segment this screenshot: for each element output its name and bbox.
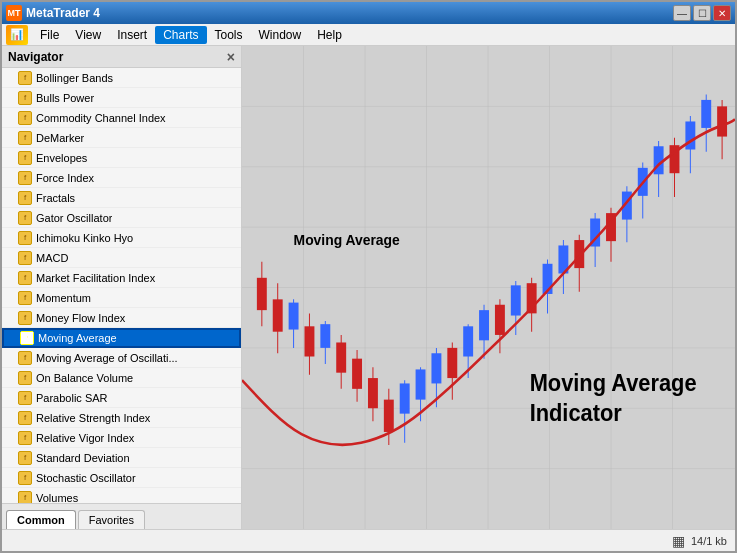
tree-item-on-balance-volume[interactable]: fOn Balance Volume	[2, 368, 241, 388]
title-bar-left: MT MetaTrader 4	[6, 5, 100, 21]
indicator-label: Market Facilitation Index	[36, 272, 155, 284]
indicator-icon: f	[18, 131, 32, 145]
svg-rect-16	[257, 278, 267, 310]
svg-rect-18	[273, 299, 283, 331]
tree-item-market-facilitation-index[interactable]: fMarket Facilitation Index	[2, 268, 241, 288]
tree-item-standard-deviation[interactable]: fStandard Deviation	[2, 448, 241, 468]
tab-common[interactable]: Common	[6, 510, 76, 529]
indicator-icon: f	[18, 211, 32, 225]
svg-rect-42	[463, 326, 473, 356]
tree-item-commodity-channel-index[interactable]: fCommodity Channel Index	[2, 108, 241, 128]
status-icon: ▦	[672, 533, 685, 549]
indicator-label: Gator Oscillator	[36, 212, 112, 224]
tree-item-gator-oscillator[interactable]: fGator Oscillator	[2, 208, 241, 228]
svg-rect-40	[447, 348, 457, 378]
menu-charts[interactable]: Charts	[155, 26, 206, 44]
tree-item-demarker[interactable]: fDeMarker	[2, 128, 241, 148]
chart-svg: Moving Average Moving Average Indicator	[242, 46, 735, 529]
indicator-icon: f	[18, 191, 32, 205]
indicator-label: Momentum	[36, 292, 91, 304]
tree-item-ichimoku-kinko-hyo[interactable]: fIchimoku Kinko Hyo	[2, 228, 241, 248]
indicator-label: DeMarker	[36, 132, 84, 144]
tree-item-bollinger-bands[interactable]: fBollinger Bands	[2, 68, 241, 88]
tree-item-fractals[interactable]: fFractals	[2, 188, 241, 208]
title-bar: MT MetaTrader 4 — ☐ ✕	[2, 2, 735, 24]
tree-item-bulls-power[interactable]: fBulls Power	[2, 88, 241, 108]
indicator-icon: f	[18, 91, 32, 105]
tree-item-momentum[interactable]: fMomentum	[2, 288, 241, 308]
indicator-label: Envelopes	[36, 152, 87, 164]
chart-label-moving-average: Moving Average	[294, 232, 400, 249]
indicator-label: Volumes	[36, 492, 78, 504]
svg-rect-36	[416, 369, 426, 399]
indicator-icon: f	[18, 151, 32, 165]
indicator-icon: f	[18, 271, 32, 285]
maximize-button[interactable]: ☐	[693, 5, 711, 21]
indicator-icon: f	[18, 251, 32, 265]
svg-rect-34	[400, 383, 410, 413]
minimize-button[interactable]: —	[673, 5, 691, 21]
svg-rect-22	[304, 326, 314, 356]
svg-rect-30	[368, 378, 378, 408]
menu-insert[interactable]: Insert	[109, 26, 155, 44]
indicator-icon: f	[18, 411, 32, 425]
indicators-section: fBollinger BandsfBulls PowerfCommodity C…	[2, 68, 241, 503]
chart-area: Moving Average Moving Average Indicator	[242, 46, 735, 529]
app-menu-icon: 📊	[6, 25, 28, 45]
close-button[interactable]: ✕	[713, 5, 731, 21]
svg-rect-38	[431, 353, 441, 383]
indicator-icon: f	[18, 471, 32, 485]
indicator-label: Moving Average of Oscillati...	[36, 352, 178, 364]
indicator-icon: f	[20, 331, 34, 345]
tree-item-relative-strength-index[interactable]: fRelative Strength Index	[2, 408, 241, 428]
indicator-label: Relative Vigor Index	[36, 432, 134, 444]
svg-rect-74	[717, 106, 727, 136]
indicator-label: Bulls Power	[36, 92, 94, 104]
indicator-label: Parabolic SAR	[36, 392, 108, 404]
indicator-icon: f	[18, 171, 32, 185]
menu-file[interactable]: File	[32, 26, 67, 44]
indicator-icon: f	[18, 391, 32, 405]
menu-window[interactable]: Window	[251, 26, 310, 44]
app-icon: MT	[6, 5, 22, 21]
navigator-tabs: Common Favorites	[2, 503, 241, 529]
svg-rect-20	[289, 303, 299, 330]
indicator-label: Stochastic Oscillator	[36, 472, 136, 484]
navigator-tree[interactable]: fBollinger BandsfBulls PowerfCommodity C…	[2, 68, 241, 503]
menu-help[interactable]: Help	[309, 26, 350, 44]
indicator-label: Force Index	[36, 172, 94, 184]
navigator-panel: Navigator × fBollinger BandsfBulls Power…	[2, 46, 242, 529]
svg-rect-32	[384, 400, 394, 432]
chart-label-ma-indicator-1: Moving Average	[530, 369, 697, 396]
svg-rect-48	[511, 285, 521, 315]
svg-rect-70	[685, 121, 695, 149]
tree-item-moving-average-of-oscillati...[interactable]: fMoving Average of Oscillati...	[2, 348, 241, 368]
tree-item-stochastic-oscillator[interactable]: fStochastic Oscillator	[2, 468, 241, 488]
tab-favorites[interactable]: Favorites	[78, 510, 145, 529]
indicator-label: Standard Deviation	[36, 452, 130, 464]
tree-item-money-flow-index[interactable]: fMoney Flow Index	[2, 308, 241, 328]
tree-item-volumes[interactable]: fVolumes	[2, 488, 241, 503]
tree-item-parabolic-sar[interactable]: fParabolic SAR	[2, 388, 241, 408]
indicator-label: Fractals	[36, 192, 75, 204]
tree-item-force-index[interactable]: fForce Index	[2, 168, 241, 188]
svg-rect-44	[479, 310, 489, 340]
window-frame: MT MetaTrader 4 — ☐ ✕ 📊 File View Insert…	[0, 0, 737, 553]
status-bar: ▦ 14/1 kb	[2, 529, 735, 551]
indicator-label: Relative Strength Index	[36, 412, 150, 424]
svg-rect-46	[495, 305, 505, 335]
title-bar-buttons: — ☐ ✕	[673, 5, 731, 21]
tree-item-moving-average[interactable]: fMoving Average	[2, 328, 241, 348]
indicator-icon: f	[18, 351, 32, 365]
menu-view[interactable]: View	[67, 26, 109, 44]
indicator-label: Moving Average	[38, 332, 117, 344]
indicator-icon: f	[18, 431, 32, 445]
indicator-label: On Balance Volume	[36, 372, 133, 384]
indicator-label: Commodity Channel Index	[36, 112, 166, 124]
menu-tools[interactable]: Tools	[207, 26, 251, 44]
navigator-close-button[interactable]: ×	[227, 49, 235, 65]
tree-item-envelopes[interactable]: fEnvelopes	[2, 148, 241, 168]
tree-item-relative-vigor-index[interactable]: fRelative Vigor Index	[2, 428, 241, 448]
tree-item-macd[interactable]: fMACD	[2, 248, 241, 268]
navigator-title: Navigator	[8, 50, 63, 64]
